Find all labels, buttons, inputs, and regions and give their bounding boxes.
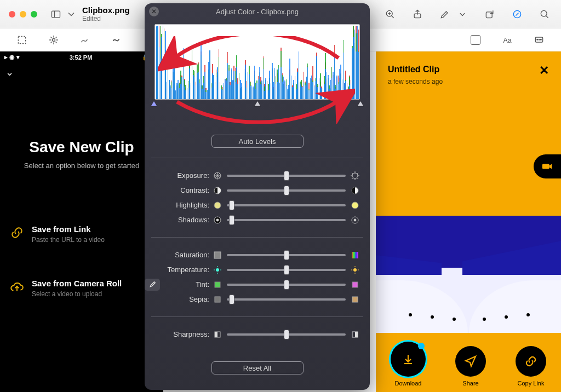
slider-track[interactable] <box>227 333 346 336</box>
slider-track[interactable] <box>227 269 346 271</box>
reset-all-button[interactable]: Reset All <box>211 361 304 374</box>
share-icon[interactable] <box>410 8 425 21</box>
slider-thumb[interactable] <box>284 186 289 195</box>
slider-track[interactable] <box>227 298 346 301</box>
shape-style-icon[interactable] <box>468 33 483 47</box>
slider-temperature[interactable]: Temperature: <box>145 262 370 277</box>
sketch2-icon[interactable] <box>110 33 125 47</box>
slider-thumb[interactable] <box>229 215 234 225</box>
svg-point-57 <box>353 268 357 272</box>
svg-rect-11 <box>18 36 25 43</box>
slider-label: Sepia: <box>145 295 213 303</box>
copy-link-icon[interactable] <box>516 346 546 377</box>
sidebar-toggle-icon[interactable] <box>48 8 64 21</box>
slider-thumb[interactable] <box>284 250 289 260</box>
slider-min-icon <box>213 215 222 225</box>
sketch1-icon[interactable] <box>78 33 93 47</box>
svg-point-45 <box>352 202 358 209</box>
slider-track[interactable] <box>227 284 346 286</box>
slider-max-icon <box>350 280 360 290</box>
levels-white-point-handle[interactable] <box>357 100 364 107</box>
slider-sepia[interactable]: Sepia: <box>145 292 370 307</box>
markup-icon[interactable] <box>510 8 525 21</box>
record-button[interactable] <box>534 154 561 178</box>
svg-point-44 <box>214 202 221 209</box>
save-subtitle: Select an option below to get started <box>0 162 163 170</box>
status-time: 3:52 PM <box>70 54 93 61</box>
svg-line-17 <box>51 37 52 38</box>
histogram[interactable] <box>154 24 360 100</box>
levels-mid-point-handle[interactable] <box>254 100 261 107</box>
share-plane-icon[interactable] <box>455 346 486 377</box>
text-style-icon[interactable]: Aa <box>500 33 515 47</box>
dismiss-chevron-icon[interactable]: ⌄ <box>5 66 163 78</box>
slider-sharpness[interactable]: Sharpness: <box>145 327 370 342</box>
option-title: Save from Camera Roll <box>32 279 122 288</box>
option-save-camera-roll[interactable]: Save from Camera Roll Select a video to … <box>0 273 163 303</box>
chevron-down-icon[interactable] <box>64 8 79 21</box>
eyedropper-icon[interactable] <box>145 279 160 291</box>
slider-track[interactable] <box>227 219 346 221</box>
svg-line-10 <box>546 15 548 18</box>
slider-saturation[interactable]: Saturation: <box>145 247 370 262</box>
window-controls[interactable] <box>9 11 37 18</box>
option-save-link[interactable]: Save from Link Paste the URL to a video <box>0 219 163 249</box>
close-window-button[interactable] <box>9 11 15 18</box>
slider-shadows[interactable]: Shadows: <box>145 212 370 227</box>
document-filename: Clipbox.png <box>82 5 130 15</box>
clip-timestamp: a few seconds ago <box>388 78 443 85</box>
slider-exposure[interactable]: Exposure: <box>145 168 370 183</box>
edit-icon[interactable] <box>437 8 453 21</box>
svg-point-33 <box>352 173 358 178</box>
auto-levels-button[interactable]: Auto Levels <box>211 135 304 148</box>
clip-thumbnail <box>376 216 561 333</box>
svg-marker-30 <box>254 101 261 106</box>
adjust-color-panel[interactable]: ✕ Adjust Color - Clipbox.png Auto Levels… <box>145 3 370 390</box>
slider-track[interactable] <box>227 254 346 256</box>
action-share[interactable]: Share <box>455 346 486 387</box>
svg-point-25 <box>541 39 542 40</box>
minimize-window-button[interactable] <box>20 11 26 18</box>
slider-tint[interactable]: Tint: <box>145 277 370 292</box>
edit-dropdown-icon[interactable] <box>455 8 470 21</box>
slider-label: Sharpness: <box>145 330 213 338</box>
slider-highlights[interactable]: Highlights: <box>145 198 370 212</box>
svg-line-19 <box>51 42 52 43</box>
slider-label: Shadows: <box>145 216 213 224</box>
slider-thumb[interactable] <box>229 200 234 210</box>
slider-thumb[interactable] <box>284 330 289 339</box>
levels-black-point-handle[interactable] <box>150 100 158 107</box>
action-copy-link[interactable]: Copy Link <box>516 346 546 387</box>
panel-title-bar[interactable]: ✕ Adjust Color - Clipbox.png <box>145 3 370 20</box>
svg-rect-69 <box>355 332 358 337</box>
slider-track[interactable] <box>227 175 346 177</box>
zoom-in-icon[interactable] <box>382 8 398 21</box>
panel-close-icon[interactable]: ✕ <box>149 7 159 16</box>
svg-point-47 <box>216 218 219 221</box>
clip-title: Untitled Clip <box>388 65 443 74</box>
action-download[interactable]: Download <box>391 342 426 387</box>
slider-thumb[interactable] <box>284 171 289 181</box>
annotation-icon[interactable] <box>531 33 547 47</box>
document-title-block: Clipbox.png Edited <box>82 5 130 22</box>
slider-thumb[interactable] <box>229 295 234 304</box>
slider-track[interactable] <box>227 189 346 192</box>
slider-label: Saturation: <box>145 251 213 259</box>
search-icon[interactable] <box>537 8 552 21</box>
slider-track[interactable] <box>227 204 346 206</box>
link-icon <box>10 226 24 242</box>
zoom-window-button[interactable] <box>31 11 37 18</box>
clip-actions: Download Share Copy Link <box>376 342 561 389</box>
slider-contrast[interactable]: Contrast: <box>145 183 370 198</box>
close-icon[interactable]: ✕ <box>539 65 549 77</box>
svg-line-38 <box>352 172 353 174</box>
slider-thumb[interactable] <box>284 265 289 275</box>
phone-status-bar: ▸ ◉ ▾ 3:52 PM 🔒 🔋 <box>0 51 163 63</box>
rotate-icon[interactable] <box>482 8 497 21</box>
phone-right-mock: Untitled Clip a few seconds ago ✕ <box>376 51 561 392</box>
selection-tool-icon[interactable] <box>14 33 30 47</box>
slider-thumb[interactable] <box>284 280 289 290</box>
download-icon[interactable] <box>391 342 426 377</box>
svg-line-3 <box>392 15 394 18</box>
instant-alpha-icon[interactable] <box>46 33 61 47</box>
